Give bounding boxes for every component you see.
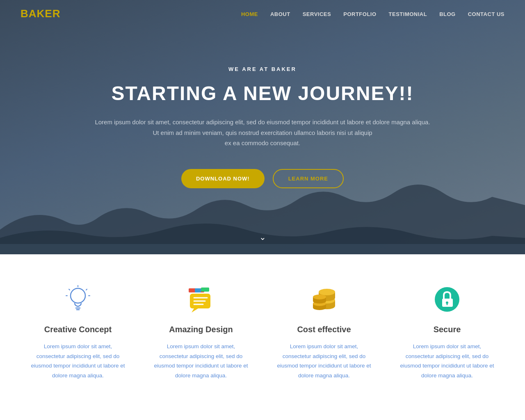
logo-ker: KER [37,7,61,20]
logo-ba: BA [21,7,37,20]
svg-line-6 [86,289,87,290]
nav-link-home[interactable]: HOME [241,11,258,17]
coin-icon [308,283,340,316]
hero-subtitle: WE ARE AT BAKER [95,66,430,72]
svg-marker-13 [192,308,198,313]
nav-item-blog[interactable]: BLOG [439,10,456,18]
nav-link-contact[interactable]: CONTACT US [468,11,504,17]
svg-point-28 [313,294,326,299]
svg-rect-10 [195,288,201,292]
hero-desc-line1: Lorem ipsum dolor sit amet, consectetur … [95,117,430,128]
main-nav: BAKER HOME ABOUT SERVICES PORTFOLIO TEST… [0,0,525,27]
svg-rect-0 [0,244,525,254]
features-section: Creative Concept Lorem ipsum dolor sit a… [0,254,525,413]
feature-title-cost: Cost effective [275,325,373,334]
nav-item-about[interactable]: ABOUT [270,10,290,18]
hero-content: WE ARE AT BAKER STARTING A NEW JOURNEY!!… [87,66,438,188]
nav-item-portfolio[interactable]: PORTFOLIO [343,10,376,18]
nav-item-services[interactable]: SERVICES [303,10,331,18]
nav-item-contact[interactable]: CONTACT US [468,10,504,18]
feature-desc-cost: Lorem ipsum dolor sit amet, consectetur … [275,342,373,381]
svg-point-1 [71,288,85,303]
svg-point-22 [319,289,335,295]
feature-title-secure: Secure [398,325,496,334]
hero-buttons: DOWNLOAD NOW! LEARN MORE [95,169,430,188]
logo[interactable]: BAKER [21,7,60,20]
scroll-down-arrow[interactable]: ⌄ [259,232,266,242]
nav-link-services[interactable]: SERVICES [303,11,331,17]
svg-rect-11 [201,288,209,292]
nav-item-testimonial[interactable]: TESTIMONIAL [389,10,427,18]
hero-title: STARTING A NEW JOURNEY!! [95,82,430,105]
feature-title-design: Amazing Design [152,325,250,334]
learn-more-button[interactable]: LEARN MORE [273,169,344,188]
hero-description: Lorem ipsum dolor sit amet, consectetur … [95,117,430,148]
hero-section: WE ARE AT BAKER STARTING A NEW JOURNEY!!… [0,0,525,254]
lock-icon [431,283,463,316]
hero-desc-line2: Ut enim ad minim veniam, quis nostrud ex… [95,128,430,138]
feature-cost-effective: Cost effective Lorem ipsum dolor sit ame… [271,283,377,381]
feature-title-creative: Creative Concept [29,325,127,334]
svg-line-5 [69,289,70,290]
feature-desc-design: Lorem ipsum dolor sit amet, consectetur … [152,342,250,381]
hero-desc-line3: ex ea commodo consequat. [95,138,430,148]
nav-link-about[interactable]: ABOUT [270,11,290,17]
nav-link-blog[interactable]: BLOG [439,11,456,17]
chat-icon [185,283,217,316]
feature-desc-secure: Lorem ipsum dolor sit amet, consectetur … [398,342,496,381]
feature-amazing-design: Amazing Design Lorem ipsum dolor sit ame… [148,283,254,381]
feature-desc-creative: Lorem ipsum dolor sit amet, consectetur … [29,342,127,381]
nav-links: HOME ABOUT SERVICES PORTFOLIO TESTIMONIA… [241,10,504,18]
feature-creative-concept: Creative Concept Lorem ipsum dolor sit a… [25,283,131,381]
bulb-icon [62,283,94,316]
nav-item-home[interactable]: HOME [241,10,258,18]
feature-secure: Secure Lorem ipsum dolor sit amet, conse… [394,283,500,381]
nav-link-portfolio[interactable]: PORTFOLIO [343,11,376,17]
nav-link-testimonial[interactable]: TESTIMONIAL [389,11,427,17]
download-button[interactable]: DOWNLOAD NOW! [181,169,265,188]
